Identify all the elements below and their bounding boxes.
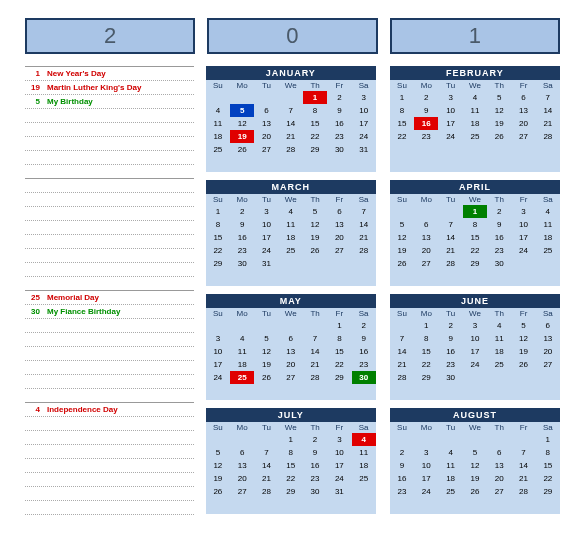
day-cell: 3 <box>206 332 230 345</box>
week-row: 18192021222324 <box>206 130 376 143</box>
event-line <box>25 375 194 389</box>
dow-label: Fr <box>327 308 351 319</box>
event-date: 5 <box>25 97 43 106</box>
dow-label: We <box>279 422 303 433</box>
day-cell: 31 <box>352 143 376 156</box>
day-cell: 26 <box>511 358 535 371</box>
event-line <box>25 473 194 487</box>
day-cell: 6 <box>536 319 560 332</box>
day-cell: 21 <box>536 117 560 130</box>
day-cell: 7 <box>536 91 560 104</box>
day-cell: 24 <box>254 244 278 257</box>
day-cell: 16 <box>414 117 438 130</box>
day-cell: 28 <box>303 371 327 384</box>
event-line: 30My Fiance Birthday <box>25 305 194 319</box>
day-cell: 5 <box>303 205 327 218</box>
day-cell <box>487 371 511 384</box>
month-may: MAYSuMoTuWeThFrSa12345678910111213141516… <box>206 294 376 400</box>
event-line <box>25 319 194 333</box>
event-line <box>25 459 194 473</box>
day-cell: 27 <box>254 143 278 156</box>
day-cell: 4 <box>438 446 462 459</box>
day-cell: 27 <box>327 244 351 257</box>
event-line: 5My Birthday <box>25 95 194 109</box>
day-cell: 30 <box>487 257 511 270</box>
day-cell: 23 <box>487 244 511 257</box>
dow-label: Sa <box>352 80 376 91</box>
day-cell: 21 <box>352 231 376 244</box>
day-cell: 4 <box>536 205 560 218</box>
day-cell: 23 <box>414 130 438 143</box>
month-april: APRILSuMoTuWeThFrSa123456789101112131415… <box>390 180 560 286</box>
month-title: APRIL <box>390 180 560 194</box>
day-cell <box>327 257 351 270</box>
day-cell: 30 <box>230 257 254 270</box>
day-cell: 3 <box>463 319 487 332</box>
week-row: 45678910 <box>206 104 376 117</box>
day-cell: 20 <box>279 358 303 371</box>
day-cell: 28 <box>536 130 560 143</box>
day-cell: 20 <box>254 130 278 143</box>
event-block: 4Independence Day <box>25 402 194 514</box>
day-cell: 22 <box>536 472 560 485</box>
dow-label: Th <box>487 80 511 91</box>
day-cell: 5 <box>390 218 414 231</box>
day-cell: 16 <box>327 117 351 130</box>
day-cell: 23 <box>327 130 351 143</box>
day-cell: 2 <box>303 433 327 446</box>
day-cell: 8 <box>327 332 351 345</box>
dow-label: Th <box>487 308 511 319</box>
month-title: JULY <box>206 408 376 422</box>
dow-label: Th <box>303 194 327 205</box>
event-line <box>25 193 194 207</box>
day-cell: 12 <box>463 459 487 472</box>
day-cell: 8 <box>303 104 327 117</box>
day-cell: 6 <box>279 332 303 345</box>
day-cell: 3 <box>327 433 351 446</box>
month-august: AUGUSTSuMoTuWeThFrSa12345678910111213141… <box>390 408 560 514</box>
day-cell: 26 <box>206 485 230 498</box>
day-cell: 14 <box>254 459 278 472</box>
dow-label: Sa <box>352 308 376 319</box>
dow-label: We <box>463 308 487 319</box>
dow-label: Th <box>303 308 327 319</box>
day-cell: 21 <box>254 472 278 485</box>
week-row: 12131415161718 <box>390 231 560 244</box>
day-cell <box>254 433 278 446</box>
day-cell: 11 <box>279 218 303 231</box>
day-cell: 31 <box>327 485 351 498</box>
dow-label: Tu <box>254 80 278 91</box>
dow-row: SuMoTuWeThFrSa <box>390 194 560 205</box>
day-cell: 15 <box>303 117 327 130</box>
day-cell: 2 <box>438 319 462 332</box>
event-block <box>25 178 194 290</box>
day-cell: 3 <box>254 205 278 218</box>
day-cell: 12 <box>487 104 511 117</box>
day-cell: 13 <box>254 117 278 130</box>
dow-label: Sa <box>536 308 560 319</box>
day-cell: 21 <box>511 472 535 485</box>
day-cell <box>230 319 254 332</box>
day-cell: 13 <box>230 459 254 472</box>
dow-label: Th <box>487 194 511 205</box>
week-row: 123 <box>206 91 376 104</box>
day-cell: 8 <box>414 332 438 345</box>
day-cell: 11 <box>463 104 487 117</box>
day-cell: 17 <box>438 117 462 130</box>
event-line <box>25 445 194 459</box>
day-cell: 13 <box>414 231 438 244</box>
day-cell: 25 <box>352 472 376 485</box>
day-cell: 3 <box>511 205 535 218</box>
day-cell <box>206 91 230 104</box>
event-line: 19Martin Luther King's Day <box>25 81 194 95</box>
day-cell: 30 <box>438 371 462 384</box>
event-line <box>25 501 194 515</box>
week-row: 22232425262728 <box>206 244 376 257</box>
day-cell: 7 <box>511 446 535 459</box>
week-row: 1234567 <box>206 205 376 218</box>
day-cell: 16 <box>487 231 511 244</box>
month-june: JUNESuMoTuWeThFrSa1234567891011121314151… <box>390 294 560 400</box>
day-cell: 27 <box>279 371 303 384</box>
dow-label: Sa <box>536 422 560 433</box>
dow-row: SuMoTuWeThFrSa <box>206 422 376 433</box>
